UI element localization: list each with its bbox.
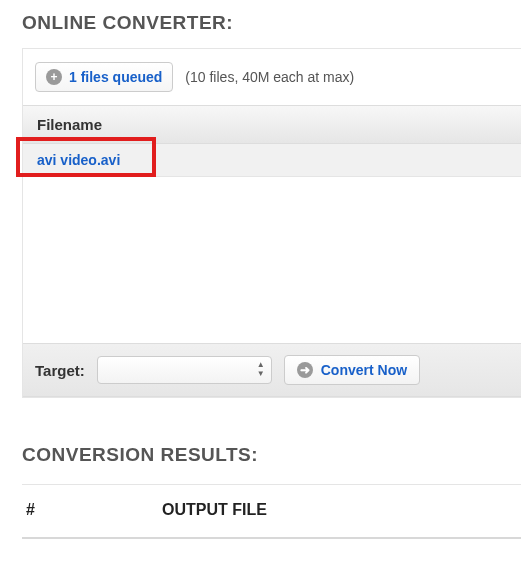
column-header-number: # [22,501,162,519]
results-table-header: # OUTPUT FILE [22,485,521,539]
filename-column-header: Filename [23,105,521,144]
convert-now-label: Convert Now [321,362,407,378]
upload-bar: + 1 files queued (10 files, 40M each at … [23,49,521,105]
files-queued-label: 1 files queued [69,69,162,85]
table-row: avi video.avi [23,144,521,177]
target-label: Target: [35,362,85,379]
converter-panel: + 1 files queued (10 files, 40M each at … [22,48,521,398]
plus-icon: + [46,69,62,85]
files-queued-button[interactable]: + 1 files queued [35,62,173,92]
arrow-right-icon: ➜ [297,362,313,378]
converter-section-title: ONLINE CONVERTER: [22,12,521,34]
results-section-title: CONVERSION RESULTS: [22,444,521,466]
file-link[interactable]: avi video.avi [37,152,120,168]
file-list-empty-area [23,177,521,343]
target-bar: Target: ▲▼ ➜ Convert Now [23,343,521,397]
upload-limits-text: (10 files, 40M each at max) [185,69,354,85]
chevron-updown-icon: ▲▼ [257,360,265,378]
target-format-select[interactable]: ▲▼ [97,356,272,384]
convert-now-button[interactable]: ➜ Convert Now [284,355,420,385]
column-header-output-file: OUTPUT FILE [162,501,267,519]
